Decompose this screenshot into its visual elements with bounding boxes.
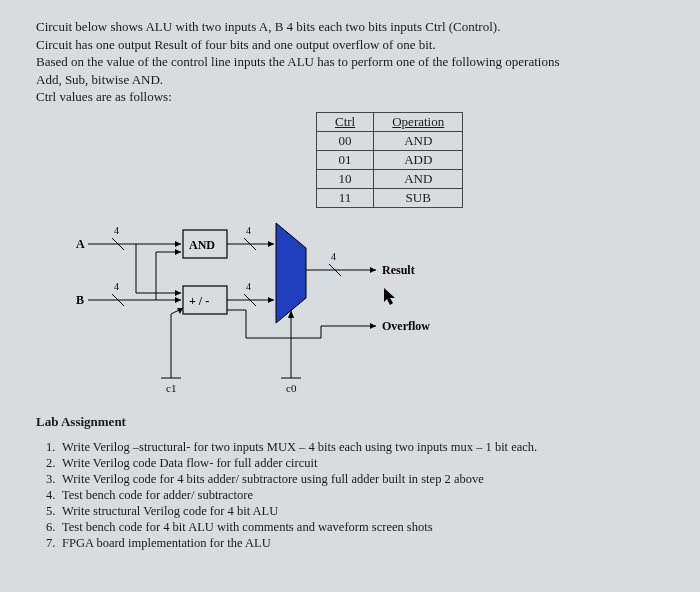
bus-width-result: 4 bbox=[331, 251, 336, 262]
intro-line-5: Ctrl values are as follows: bbox=[36, 88, 664, 106]
svg-marker-13 bbox=[268, 241, 274, 247]
header-ctrl: Ctrl bbox=[317, 112, 374, 131]
intro-line-3: Based on the value of the control line i… bbox=[36, 53, 664, 71]
op-cell: SUB bbox=[374, 188, 463, 207]
intro-text: Circuit below shows ALU with two inputs … bbox=[36, 18, 664, 106]
ctrl-cell: 01 bbox=[317, 150, 374, 169]
op-cell: AND bbox=[374, 169, 463, 188]
list-item: 4.Test bench code for adder/ subtractore bbox=[46, 488, 664, 503]
list-text: FPGA board implementation for the ALU bbox=[62, 536, 271, 550]
table-row: 10 AND bbox=[317, 169, 463, 188]
table-row: 01 ADD bbox=[317, 150, 463, 169]
list-item: 1.Write Verilog –structural- for two inp… bbox=[46, 440, 664, 455]
lab-assignment-title: Lab Assignment bbox=[36, 414, 664, 430]
label-b: B bbox=[76, 293, 84, 307]
table-header-row: Ctrl Operation bbox=[317, 112, 463, 131]
svg-marker-4 bbox=[175, 297, 181, 303]
cursor-icon bbox=[384, 288, 398, 306]
label-a: A bbox=[76, 237, 85, 251]
ctrl-table: Ctrl Operation 00 AND 01 ADD 10 AND 11 S… bbox=[316, 112, 463, 208]
intro-line-1: Circuit below shows ALU with two inputs … bbox=[36, 18, 664, 36]
bus-width-a: 4 bbox=[114, 225, 119, 236]
ctrl-cell: 10 bbox=[317, 169, 374, 188]
ctrl-cell: 00 bbox=[317, 131, 374, 150]
c0-label: c0 bbox=[286, 382, 297, 394]
header-operation: Operation bbox=[374, 112, 463, 131]
list-text: Test bench code for 4 bit ALU with comme… bbox=[62, 520, 433, 534]
table-row: 00 AND bbox=[317, 131, 463, 150]
list-item: 5.Write structural Verilog code for 4 bi… bbox=[46, 504, 664, 519]
list-text: Write Verilog code Data flow- for full a… bbox=[62, 456, 317, 470]
bus-width-addsub-out: 4 bbox=[246, 281, 251, 292]
svg-marker-8 bbox=[175, 290, 181, 296]
mux-shape bbox=[276, 223, 306, 323]
svg-marker-1 bbox=[175, 241, 181, 247]
list-item: 3.Write Verilog code for 4 bits adder/ s… bbox=[46, 472, 664, 487]
alu-svg: A 4 B 4 AND + / - 4 4 bbox=[76, 218, 456, 408]
list-text: Write Verilog –structural- for two input… bbox=[62, 440, 537, 454]
intro-line-2: Circuit has one output Result of four bi… bbox=[36, 36, 664, 54]
svg-marker-19 bbox=[370, 267, 376, 273]
result-label: Result bbox=[382, 263, 415, 277]
ctrl-cell: 11 bbox=[317, 188, 374, 207]
svg-marker-26 bbox=[370, 323, 376, 329]
lab-assignment-list: 1.Write Verilog –structural- for two inp… bbox=[36, 440, 664, 551]
list-text: Test bench code for adder/ subtractore bbox=[62, 488, 253, 502]
bus-width-and-out: 4 bbox=[246, 225, 251, 236]
list-text: Write Verilog code for 4 bits adder/ sub… bbox=[62, 472, 484, 486]
list-item: 6.Test bench code for 4 bit ALU with com… bbox=[46, 520, 664, 535]
op-cell: ADD bbox=[374, 150, 463, 169]
list-item: 7.FPGA board implementation for the ALU bbox=[46, 536, 664, 551]
c1-label: c1 bbox=[166, 382, 176, 394]
and-label: AND bbox=[189, 238, 215, 252]
list-text: Write structural Verilog code for 4 bit … bbox=[62, 504, 278, 518]
intro-line-4: Add, Sub, bitwise AND. bbox=[36, 71, 664, 89]
bus-width-b: 4 bbox=[114, 281, 119, 292]
svg-marker-35 bbox=[384, 288, 395, 305]
alu-diagram: A 4 B 4 AND + / - 4 4 bbox=[76, 218, 456, 408]
table-row: 11 SUB bbox=[317, 188, 463, 207]
op-cell: AND bbox=[374, 131, 463, 150]
addsub-label: + / - bbox=[189, 294, 209, 308]
overflow-label: Overflow bbox=[382, 319, 430, 333]
list-item: 2.Write Verilog code Data flow- for full… bbox=[46, 456, 664, 471]
svg-marker-16 bbox=[268, 297, 274, 303]
svg-marker-11 bbox=[175, 249, 181, 255]
